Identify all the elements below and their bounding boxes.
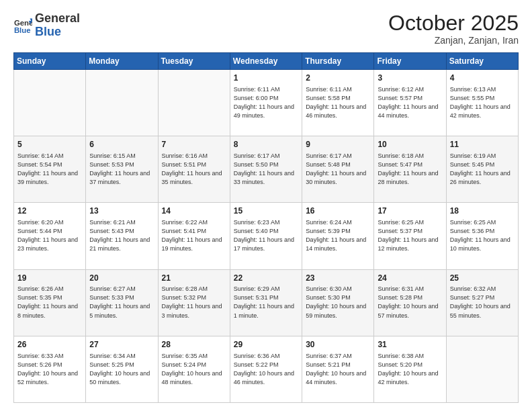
- day-info: Sunrise: 6:30 AM Sunset: 5:30 PM Dayligh…: [306, 285, 370, 320]
- table-row: 26Sunrise: 6:33 AM Sunset: 5:26 PM Dayli…: [14, 336, 86, 402]
- day-info: Sunrise: 6:27 AM Sunset: 5:33 PM Dayligh…: [89, 285, 154, 320]
- day-number: 2: [306, 73, 370, 84]
- table-row: 8Sunrise: 6:17 AM Sunset: 5:50 PM Daylig…: [230, 136, 302, 203]
- day-info: Sunrise: 6:33 AM Sunset: 5:26 PM Dayligh…: [17, 352, 82, 387]
- col-thursday: Thursday: [302, 53, 374, 70]
- day-number: 30: [306, 339, 370, 351]
- location: Zanjan, Zanjan, Iran: [388, 35, 519, 46]
- table-row: [446, 336, 518, 402]
- day-number: 9: [306, 139, 370, 150]
- table-row: 29Sunrise: 6:36 AM Sunset: 5:22 PM Dayli…: [230, 336, 302, 402]
- day-number: 6: [89, 139, 154, 150]
- day-info: Sunrise: 6:13 AM Sunset: 5:55 PM Dayligh…: [450, 85, 515, 120]
- day-number: 22: [234, 273, 298, 284]
- day-number: 3: [378, 73, 442, 84]
- page: General Blue General Blue October 2025 Z…: [0, 0, 532, 411]
- day-info: Sunrise: 6:38 AM Sunset: 5:20 PM Dayligh…: [378, 352, 442, 387]
- table-row: 4Sunrise: 6:13 AM Sunset: 5:55 PM Daylig…: [446, 70, 518, 136]
- day-number: 24: [378, 273, 442, 284]
- day-info: Sunrise: 6:24 AM Sunset: 5:39 PM Dayligh…: [306, 218, 370, 253]
- logo-general-text: General: [35, 11, 80, 25]
- day-info: Sunrise: 6:12 AM Sunset: 5:57 PM Dayligh…: [378, 85, 442, 120]
- day-info: Sunrise: 6:35 AM Sunset: 5:24 PM Dayligh…: [162, 352, 226, 387]
- table-row: 13Sunrise: 6:21 AM Sunset: 5:43 PM Dayli…: [86, 203, 158, 269]
- day-info: Sunrise: 6:14 AM Sunset: 5:54 PM Dayligh…: [17, 152, 82, 187]
- col-monday: Monday: [86, 53, 158, 70]
- day-info: Sunrise: 6:23 AM Sunset: 5:40 PM Dayligh…: [234, 218, 298, 253]
- header: General Blue General Blue October 2025 Z…: [13, 12, 519, 46]
- day-number: 26: [17, 339, 82, 351]
- day-info: Sunrise: 6:20 AM Sunset: 5:44 PM Dayligh…: [17, 218, 82, 253]
- day-number: 31: [378, 339, 442, 351]
- day-info: Sunrise: 6:11 AM Sunset: 6:00 PM Dayligh…: [234, 85, 298, 120]
- day-info: Sunrise: 6:17 AM Sunset: 5:50 PM Dayligh…: [234, 152, 298, 187]
- table-row: 3Sunrise: 6:12 AM Sunset: 5:57 PM Daylig…: [374, 70, 446, 136]
- table-row: 14Sunrise: 6:22 AM Sunset: 5:41 PM Dayli…: [158, 203, 230, 269]
- table-row: 2Sunrise: 6:11 AM Sunset: 5:58 PM Daylig…: [302, 70, 374, 136]
- col-saturday: Saturday: [446, 53, 518, 70]
- month-title: October 2025: [388, 12, 519, 34]
- table-row: [14, 70, 86, 136]
- table-row: 23Sunrise: 6:30 AM Sunset: 5:30 PM Dayli…: [302, 269, 374, 336]
- table-row: 20Sunrise: 6:27 AM Sunset: 5:33 PM Dayli…: [86, 269, 158, 336]
- table-row: 9Sunrise: 6:17 AM Sunset: 5:48 PM Daylig…: [302, 136, 374, 203]
- day-number: 28: [162, 339, 226, 351]
- day-number: 16: [306, 205, 370, 217]
- col-friday: Friday: [374, 53, 446, 70]
- day-info: Sunrise: 6:25 AM Sunset: 5:36 PM Dayligh…: [450, 218, 515, 253]
- day-info: Sunrise: 6:32 AM Sunset: 5:27 PM Dayligh…: [450, 285, 515, 320]
- day-info: Sunrise: 6:19 AM Sunset: 5:45 PM Dayligh…: [450, 152, 515, 187]
- day-number: 1: [234, 73, 298, 84]
- table-row: 17Sunrise: 6:25 AM Sunset: 5:37 PM Dayli…: [374, 203, 446, 269]
- table-row: 24Sunrise: 6:31 AM Sunset: 5:28 PM Dayli…: [374, 269, 446, 336]
- table-row: 1Sunrise: 6:11 AM Sunset: 6:00 PM Daylig…: [230, 70, 302, 136]
- table-row: 25Sunrise: 6:32 AM Sunset: 5:27 PM Dayli…: [446, 269, 518, 336]
- table-row: 21Sunrise: 6:28 AM Sunset: 5:32 PM Dayli…: [158, 269, 230, 336]
- table-row: 28Sunrise: 6:35 AM Sunset: 5:24 PM Dayli…: [158, 336, 230, 402]
- day-number: 29: [234, 339, 298, 351]
- day-number: 11: [450, 139, 515, 150]
- table-row: 19Sunrise: 6:26 AM Sunset: 5:35 PM Dayli…: [14, 269, 86, 336]
- calendar-week-2: 12Sunrise: 6:20 AM Sunset: 5:44 PM Dayli…: [14, 203, 519, 269]
- day-info: Sunrise: 6:21 AM Sunset: 5:43 PM Dayligh…: [89, 218, 154, 253]
- day-info: Sunrise: 6:26 AM Sunset: 5:35 PM Dayligh…: [17, 285, 82, 320]
- table-row: 31Sunrise: 6:38 AM Sunset: 5:20 PM Dayli…: [374, 336, 446, 402]
- day-info: Sunrise: 6:31 AM Sunset: 5:28 PM Dayligh…: [378, 285, 442, 320]
- table-row: 12Sunrise: 6:20 AM Sunset: 5:44 PM Dayli…: [14, 203, 86, 269]
- day-info: Sunrise: 6:37 AM Sunset: 5:21 PM Dayligh…: [306, 352, 370, 387]
- day-number: 10: [378, 139, 442, 150]
- logo: General Blue General Blue: [13, 12, 80, 39]
- table-row: 15Sunrise: 6:23 AM Sunset: 5:40 PM Dayli…: [230, 203, 302, 269]
- day-info: Sunrise: 6:18 AM Sunset: 5:47 PM Dayligh…: [378, 152, 442, 187]
- calendar-week-0: 1Sunrise: 6:11 AM Sunset: 6:00 PM Daylig…: [14, 70, 519, 136]
- day-info: Sunrise: 6:17 AM Sunset: 5:48 PM Dayligh…: [306, 152, 370, 187]
- svg-text:Blue: Blue: [14, 26, 31, 34]
- table-row: 6Sunrise: 6:15 AM Sunset: 5:53 PM Daylig…: [86, 136, 158, 203]
- table-row: 18Sunrise: 6:25 AM Sunset: 5:36 PM Dayli…: [446, 203, 518, 269]
- day-number: 4: [450, 73, 515, 84]
- day-info: Sunrise: 6:28 AM Sunset: 5:32 PM Dayligh…: [162, 285, 226, 320]
- table-row: 7Sunrise: 6:16 AM Sunset: 5:51 PM Daylig…: [158, 136, 230, 203]
- day-info: Sunrise: 6:34 AM Sunset: 5:25 PM Dayligh…: [89, 352, 154, 387]
- table-row: 5Sunrise: 6:14 AM Sunset: 5:54 PM Daylig…: [14, 136, 86, 203]
- table-row: [86, 70, 158, 136]
- calendar-week-3: 19Sunrise: 6:26 AM Sunset: 5:35 PM Dayli…: [14, 269, 519, 336]
- calendar-table: Sunday Monday Tuesday Wednesday Thursday…: [13, 52, 519, 403]
- logo-text: General Blue: [35, 12, 80, 39]
- table-row: 16Sunrise: 6:24 AM Sunset: 5:39 PM Dayli…: [302, 203, 374, 269]
- day-number: 13: [89, 205, 154, 217]
- day-info: Sunrise: 6:11 AM Sunset: 5:58 PM Dayligh…: [306, 85, 370, 120]
- day-number: 25: [450, 273, 515, 284]
- day-number: 17: [378, 205, 442, 217]
- table-row: 11Sunrise: 6:19 AM Sunset: 5:45 PM Dayli…: [446, 136, 518, 203]
- day-number: 19: [17, 273, 82, 284]
- day-info: Sunrise: 6:16 AM Sunset: 5:51 PM Dayligh…: [162, 152, 226, 187]
- table-row: [158, 70, 230, 136]
- day-info: Sunrise: 6:36 AM Sunset: 5:22 PM Dayligh…: [234, 352, 298, 387]
- calendar-week-1: 5Sunrise: 6:14 AM Sunset: 5:54 PM Daylig…: [14, 136, 519, 203]
- day-number: 5: [17, 139, 82, 150]
- day-number: 27: [89, 339, 154, 351]
- day-info: Sunrise: 6:29 AM Sunset: 5:31 PM Dayligh…: [234, 285, 298, 320]
- day-number: 18: [450, 205, 515, 217]
- table-row: 27Sunrise: 6:34 AM Sunset: 5:25 PM Dayli…: [86, 336, 158, 402]
